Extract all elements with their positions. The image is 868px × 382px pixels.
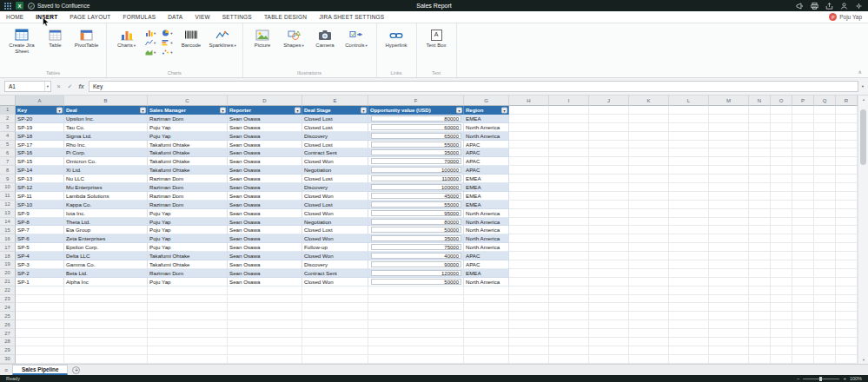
data-cell[interactable]: 75000 xyxy=(368,243,464,252)
column-header-A[interactable]: A xyxy=(16,96,64,106)
data-cell[interactable]: SP-1 xyxy=(16,278,64,286)
spreadsheet-app-icon[interactable]: X xyxy=(16,2,23,10)
data-cell[interactable]: Sean Osawa xyxy=(228,209,302,218)
empty-cell[interactable] xyxy=(749,166,771,175)
empty-cell[interactable] xyxy=(549,106,589,115)
data-cell[interactable]: Zeta Enterprises xyxy=(64,234,148,243)
data-cell[interactable]: 45000 xyxy=(368,192,464,201)
empty-cell[interactable] xyxy=(749,320,771,329)
empty-cell[interactable] xyxy=(629,252,669,260)
data-cell[interactable]: Raziman Dom xyxy=(148,192,228,201)
empty-cell[interactable] xyxy=(509,157,549,166)
empty-cell[interactable] xyxy=(709,329,749,338)
empty-cell[interactable] xyxy=(549,115,589,123)
empty-cell[interactable] xyxy=(629,329,669,338)
empty-cell[interactable] xyxy=(589,226,629,234)
empty-cell[interactable] xyxy=(669,286,709,295)
data-cell[interactable]: Closed Won xyxy=(302,234,368,243)
pivottable-button[interactable]: PivotTable xyxy=(72,26,101,49)
empty-cell[interactable] xyxy=(302,295,368,304)
data-cell[interactable]: Poju Yap xyxy=(148,278,228,286)
empty-cell[interactable] xyxy=(64,320,148,329)
empty-cell[interactable] xyxy=(836,252,858,260)
empty-cell[interactable] xyxy=(836,166,858,175)
data-cell[interactable]: Sean Osawa xyxy=(228,175,302,183)
empty-cell[interactable] xyxy=(549,234,589,243)
empty-cell[interactable] xyxy=(669,209,709,218)
empty-cell[interactable] xyxy=(792,166,814,175)
empty-cell[interactable] xyxy=(792,201,814,209)
data-cell[interactable]: Sean Osawa xyxy=(228,269,302,278)
empty-cell[interactable] xyxy=(814,338,836,346)
empty-cell[interactable] xyxy=(589,106,629,115)
data-cell[interactable]: APAC xyxy=(464,260,509,269)
menu-tab-data[interactable]: DATA xyxy=(162,11,189,23)
empty-cell[interactable] xyxy=(836,226,858,234)
empty-cell[interactable] xyxy=(792,141,814,149)
data-cell[interactable]: Poju Yap xyxy=(148,132,228,141)
data-cell[interactable]: SP-11 xyxy=(16,192,64,201)
empty-cell[interactable] xyxy=(814,320,836,329)
data-cell[interactable]: 35000 xyxy=(368,234,464,243)
empty-cell[interactable] xyxy=(629,295,669,304)
data-cell[interactable]: Follow-up xyxy=(302,243,368,252)
empty-cell[interactable] xyxy=(792,243,814,252)
empty-cell[interactable] xyxy=(589,355,629,364)
menu-tab-jira-sheet-settings[interactable]: JIRA SHEET SETTINGS xyxy=(313,11,390,23)
empty-cell[interactable] xyxy=(669,278,709,286)
empty-cell[interactable] xyxy=(814,123,836,132)
empty-cell[interactable] xyxy=(16,355,64,364)
data-cell[interactable]: EMEA xyxy=(464,115,509,123)
column-header-P[interactable]: P xyxy=(792,96,814,106)
empty-cell[interactable] xyxy=(836,183,858,192)
empty-cell[interactable] xyxy=(549,269,589,278)
empty-cell[interactable] xyxy=(464,295,509,304)
empty-cell[interactable] xyxy=(669,166,709,175)
column-header-F[interactable]: F xyxy=(368,96,464,106)
empty-cell[interactable] xyxy=(549,355,589,364)
data-cell[interactable]: Sean Osawa xyxy=(228,123,302,132)
data-cell[interactable]: 50000 xyxy=(368,226,464,234)
data-cell[interactable]: Closed Won xyxy=(302,209,368,218)
empty-cell[interactable] xyxy=(64,295,148,304)
empty-cell[interactable] xyxy=(629,132,669,141)
empty-cell[interactable] xyxy=(629,338,669,346)
empty-cell[interactable] xyxy=(836,106,858,115)
empty-cell[interactable] xyxy=(589,295,629,304)
column-header-N[interactable]: N xyxy=(749,96,771,106)
empty-cell[interactable] xyxy=(509,166,549,175)
data-cell[interactable]: Closed Lost xyxy=(302,115,368,123)
empty-cell[interactable] xyxy=(709,346,749,355)
data-cell[interactable]: Negotiation xyxy=(302,218,368,227)
empty-cell[interactable] xyxy=(549,157,589,166)
data-cell[interactable]: SP-7 xyxy=(16,226,64,234)
empty-cell[interactable] xyxy=(836,175,858,183)
empty-cell[interactable] xyxy=(509,226,549,234)
data-cell[interactable]: Alpha Inc xyxy=(64,278,148,286)
data-cell[interactable]: SP-16 xyxy=(16,148,64,157)
empty-cell[interactable] xyxy=(669,260,709,269)
empty-cell[interactable] xyxy=(749,346,771,355)
empty-cell[interactable] xyxy=(589,166,629,175)
data-cell[interactable]: SP-10 xyxy=(16,201,64,209)
empty-cell[interactable] xyxy=(709,192,749,201)
print-icon[interactable] xyxy=(810,2,818,10)
empty-cell[interactable] xyxy=(64,329,148,338)
empty-cell[interactable] xyxy=(792,320,814,329)
data-cell[interactable]: Raziman Dom xyxy=(148,115,228,123)
row-header-18[interactable]: 18 xyxy=(0,252,16,260)
empty-cell[interactable] xyxy=(64,286,148,295)
empty-cell[interactable] xyxy=(509,243,549,252)
data-cell[interactable]: North America xyxy=(464,243,509,252)
row-header-10[interactable]: 10 xyxy=(0,183,16,192)
empty-cell[interactable] xyxy=(771,183,792,192)
data-cell[interactable]: 50000 xyxy=(368,278,464,286)
data-cell[interactable]: Discovery xyxy=(302,132,368,141)
empty-cell[interactable] xyxy=(749,312,771,320)
data-cell[interactable]: Takafumi Ohtake xyxy=(148,141,228,149)
empty-cell[interactable] xyxy=(709,226,749,234)
empty-cell[interactable] xyxy=(792,106,814,115)
empty-cell[interactable] xyxy=(771,132,792,141)
data-cell[interactable]: SP-5 xyxy=(16,243,64,252)
empty-cell[interactable] xyxy=(589,269,629,278)
